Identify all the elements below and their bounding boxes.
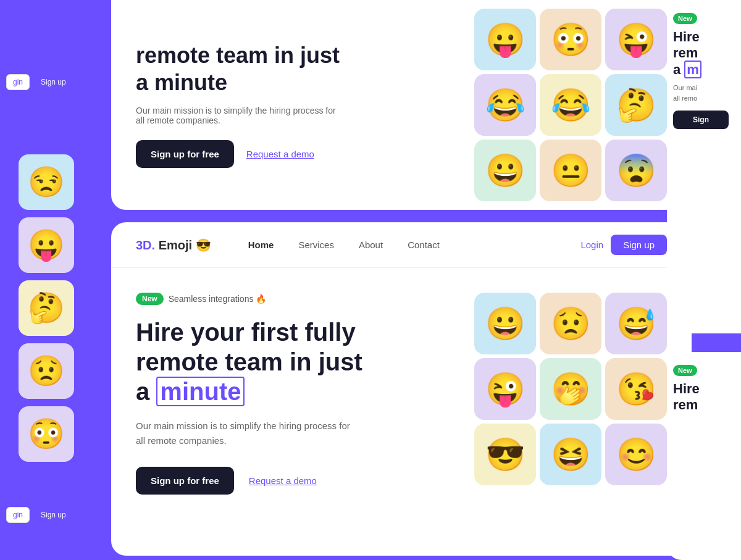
hero-description: Our main mission is to simplify the hiri…: [136, 419, 358, 448]
right-bottom-badge: New: [673, 365, 697, 376]
nav-contact[interactable]: Contact: [408, 240, 440, 250]
cta-row: Sign up for free Request a demo: [136, 467, 450, 495]
emoji-cell-5: 🤭: [540, 358, 601, 420]
badge-text: Seamless integrations 🔥: [169, 294, 267, 304]
top-emoji-cell-3: 😜: [605, 9, 667, 70]
top-emoji-cell-6: 🤔: [605, 74, 667, 136]
emoji-cell-7: 😎: [474, 424, 536, 485]
nav-home[interactable]: Home: [248, 240, 274, 250]
emoji-cell-3: 😅: [605, 293, 667, 354]
right-top-title: Hire rem a m: [673, 29, 735, 78]
left-emoji-1: 😒: [19, 154, 74, 210]
emoji-cell-4: 😜: [474, 358, 536, 420]
nav-actions: Login Sign up: [580, 235, 667, 255]
bottom-strip-actions: gin Sign up: [6, 507, 72, 523]
card-top: remote team in just a minute Our main mi…: [111, 0, 692, 210]
top-card-desc: Our main mission is to simplify the hiri…: [136, 106, 346, 125]
main-emoji-grid: 😀 😟 😅 😜 🤭 😘 😎 😆 😊: [474, 293, 667, 485]
top-emoji-cell-2: 😳: [540, 9, 601, 70]
top-emoji-grid: 😛 😳 😜 😂 😂 🤔 😀 😐 😨: [474, 9, 667, 201]
top-strip-signup-button[interactable]: Sign up: [35, 74, 72, 90]
logo: 3D. Emoji 😎: [136, 238, 211, 253]
emoji-cell-1: 😀: [474, 293, 536, 354]
top-cta-row: Sign up for free Request a demo: [136, 140, 474, 168]
left-emoji-4: 😟: [19, 343, 74, 399]
right-top-badge: New: [673, 13, 697, 24]
top-emoji-cell-1: 😛: [474, 9, 536, 70]
hero-demo-button[interactable]: Request a demo: [249, 475, 317, 486]
nav-links: Home Services About Contact: [248, 240, 581, 250]
hero-left: New Seamless integrations 🔥 Hire your fi…: [136, 293, 450, 495]
card-main: 3D. Emoji 😎 Home Services About Contact …: [111, 222, 692, 556]
top-demo-button[interactable]: Request a demo: [246, 149, 314, 159]
logo-emoji: 😎: [196, 238, 211, 252]
right-card-top-content: New Hire rem a m Our mai all remo Sign: [667, 0, 741, 141]
card-right-bottom: New Hire rem: [667, 352, 741, 560]
card-right-top: New Hire rem a m Our mai all remo Sign: [667, 0, 741, 333]
hero-highlight: minute: [156, 377, 245, 406]
top-card-title: remote team in just a minute: [136, 42, 474, 95]
nav-services[interactable]: Services: [298, 240, 334, 250]
top-emoji-cell-8: 😐: [540, 140, 601, 201]
left-emoji-5: 😳: [19, 406, 74, 462]
emoji-cell-6: 😘: [605, 358, 667, 420]
hero-title: Hire your first fully remote team in jus…: [136, 317, 450, 406]
top-emoji-cell-9: 😨: [605, 140, 667, 201]
logo-text: Emoji: [159, 238, 196, 252]
badge-row: New Seamless integrations 🔥: [136, 293, 450, 305]
bottom-strip-login-button[interactable]: gin: [6, 507, 30, 523]
top-emoji-cell-7: 😀: [474, 140, 536, 201]
emoji-cell-9: 😊: [605, 424, 667, 485]
top-strip-actions: gin Sign up: [6, 74, 72, 90]
signup-button[interactable]: Sign up: [611, 235, 667, 255]
top-signup-button[interactable]: Sign up for free: [136, 140, 234, 168]
left-emoji-3: 🤔: [19, 280, 74, 336]
bottom-strip-signup-button[interactable]: Sign up: [35, 507, 72, 523]
right-top-desc: Our mai all remo: [673, 83, 735, 103]
hero-section: New Seamless integrations 🔥 Hire your fi…: [111, 268, 692, 513]
login-button[interactable]: Login: [580, 240, 603, 250]
hero-signup-button[interactable]: Sign up for free: [136, 467, 234, 495]
logo-brand: 3D.: [136, 238, 155, 252]
right-top-btn[interactable]: Sign: [673, 111, 729, 129]
emoji-cell-8: 😆: [540, 424, 601, 485]
left-emoji-2: 😛: [19, 217, 74, 273]
right-card-bottom-content: New Hire rem: [667, 352, 741, 431]
navbar: 3D. Emoji 😎 Home Services About Contact …: [111, 222, 692, 268]
left-emoji-strip: gin Sign up 😒 😛 🤔 😟 😳 gin Sign up: [0, 0, 93, 560]
badge-new: New: [136, 293, 164, 305]
top-strip-login-button[interactable]: gin: [6, 74, 30, 90]
top-card-content: remote team in just a minute Our main mi…: [136, 42, 474, 167]
emoji-cell-2: 😟: [540, 293, 601, 354]
right-bottom-title: Hire rem: [673, 381, 735, 414]
nav-about[interactable]: About: [359, 240, 383, 250]
top-emoji-cell-5: 😂: [540, 74, 601, 136]
top-emoji-cell-4: 😂: [474, 74, 536, 136]
